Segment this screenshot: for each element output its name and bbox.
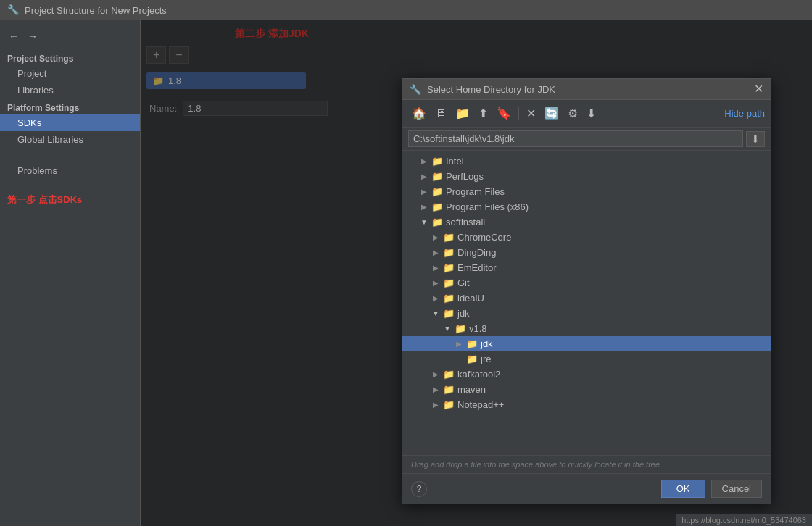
new-folder-button[interactable]: 📁 bbox=[452, 104, 473, 122]
content-area: ← → Project Settings Project Libraries P… bbox=[0, 20, 812, 526]
sidebar-item-project[interactable]: Project bbox=[0, 65, 140, 82]
tree-label: jre bbox=[481, 354, 491, 364]
desktop-button[interactable]: 🖥 bbox=[431, 105, 450, 122]
toggle-git: ▶ bbox=[431, 279, 440, 288]
tree-item-jdk[interactable]: ▼ 📁 jdk bbox=[402, 306, 771, 321]
refresh-button[interactable]: 🔄 bbox=[541, 104, 563, 122]
tree-item-chromecore[interactable]: ▶ 📁 ChromeCore bbox=[402, 230, 771, 245]
project-settings-header: Project Settings bbox=[0, 49, 140, 65]
toggle-programfiles-x86: ▶ bbox=[420, 203, 428, 212]
tree-item-intel[interactable]: ▶ 📁 Intel bbox=[402, 154, 771, 169]
step1-annotation: 第一步 点击SDKs bbox=[0, 179, 140, 208]
tree-item-softinstall[interactable]: ▼ 📁 softinstall bbox=[402, 214, 771, 230]
up-folder-button[interactable]: ⬆ bbox=[475, 104, 492, 122]
tree-item-maven[interactable]: ▶ 📁 maven bbox=[402, 382, 771, 397]
dialog-footer: ? OK Cancel bbox=[402, 473, 771, 504]
tree-label: EmEditor bbox=[457, 262, 496, 273]
download-button[interactable]: ⬇ bbox=[583, 104, 600, 122]
folder-icon: 📁 bbox=[443, 232, 455, 243]
home-button[interactable]: 🏠 bbox=[408, 104, 430, 122]
toggle-chromecore: ▶ bbox=[431, 233, 440, 242]
tree-item-programfiles[interactable]: ▶ 📁 Program Files bbox=[402, 184, 771, 199]
folder-icon: 📁 bbox=[455, 323, 466, 334]
path-bar: ⬇ bbox=[402, 128, 771, 151]
toggle-kafkatool2: ▶ bbox=[431, 370, 440, 379]
dialog-title-icon: 🔧 bbox=[410, 84, 421, 95]
delete-button[interactable]: ✕ bbox=[523, 104, 539, 122]
tree-item-git[interactable]: ▶ 📁 Git bbox=[402, 275, 771, 291]
tree-label: PerfLogs bbox=[446, 171, 484, 182]
folder-icon: 📁 bbox=[443, 262, 455, 273]
cancel-button[interactable]: Cancel bbox=[711, 480, 762, 498]
tree-label: Program Files (x86) bbox=[446, 201, 529, 212]
folder-icon: 📁 bbox=[431, 156, 443, 167]
folder-icon: 📁 bbox=[443, 247, 455, 258]
folder-icon: 📁 bbox=[431, 201, 443, 212]
hide-path-button[interactable]: Hide path bbox=[724, 108, 765, 119]
main-panel: 第二步 添加JDK + − 📁 1.8 Name: bbox=[141, 20, 812, 526]
nav-toolbar: ← → bbox=[0, 26, 140, 46]
back-button[interactable]: ← bbox=[6, 29, 22, 43]
toggle-jdk-selected: ▶ bbox=[455, 340, 463, 348]
folder-icon: 📁 bbox=[443, 369, 455, 380]
forward-button[interactable]: → bbox=[25, 29, 41, 43]
tree-item-emeditor[interactable]: ▶ 📁 EmEditor bbox=[402, 260, 771, 275]
toggle-programfiles: ▶ bbox=[420, 188, 428, 196]
dialog-close-button[interactable]: ✕ bbox=[754, 83, 763, 95]
dialog-title-text: Select Home Directory for JDK bbox=[427, 84, 555, 95]
tree-label: softinstall bbox=[446, 217, 485, 227]
ok-button[interactable]: OK bbox=[661, 480, 705, 498]
file-tree[interactable]: ▶ 📁 Intel ▶ 📁 PerfLogs ▶ bbox=[402, 151, 771, 455]
toggle-intel: ▶ bbox=[420, 157, 428, 166]
tree-item-jdk-selected[interactable]: ▶ 📁 jdk bbox=[402, 336, 771, 351]
title-bar-text: Project Structure for New Projects bbox=[25, 5, 167, 16]
toggle-idealu: ▶ bbox=[431, 294, 440, 303]
toggle-notepadpp: ▶ bbox=[431, 401, 440, 409]
path-go-button[interactable]: ⬇ bbox=[746, 131, 765, 147]
footer-buttons: OK Cancel bbox=[661, 480, 762, 498]
tree-item-notepadpp[interactable]: ▶ 📁 Notepad++ bbox=[402, 397, 771, 412]
tree-item-v18[interactable]: ▼ 📁 v1.8 bbox=[402, 321, 771, 336]
sidebar-item-global-libraries[interactable]: Global Libraries bbox=[0, 131, 140, 148]
folder-icon: 📁 bbox=[443, 399, 455, 410]
path-input[interactable] bbox=[408, 130, 743, 147]
folder-icon: 📁 bbox=[466, 338, 478, 349]
main-window: 🔧 Project Structure for New Projects ← →… bbox=[0, 0, 812, 526]
tree-item-idealu[interactable]: ▶ 📁 idealU bbox=[402, 291, 771, 306]
folder-icon: 📁 bbox=[443, 384, 455, 395]
tree-item-dingding[interactable]: ▶ 📁 DingDing bbox=[402, 245, 771, 260]
toggle-dingding: ▶ bbox=[431, 249, 440, 257]
sidebar: ← → Project Settings Project Libraries P… bbox=[0, 20, 141, 526]
toggle-v18: ▼ bbox=[443, 325, 452, 333]
help-button[interactable]: ? bbox=[411, 481, 427, 497]
tree-label: v1.8 bbox=[469, 323, 487, 334]
tree-item-programfiles-x86[interactable]: ▶ 📁 Program Files (x86) bbox=[402, 199, 771, 214]
settings-button[interactable]: ⚙ bbox=[564, 104, 581, 122]
bottom-url-bar: https://blog.csdn.net/m0_53474063 bbox=[676, 514, 812, 526]
tree-item-perflogs[interactable]: ▶ 📁 PerfLogs bbox=[402, 169, 771, 184]
toolbar-sep-1 bbox=[518, 107, 519, 120]
folder-icon: 📁 bbox=[443, 293, 455, 304]
toggle-emeditor: ▶ bbox=[431, 264, 440, 272]
dialog-toolbar: 🏠 🖥 📁 ⬆ 🔖 ✕ 🔄 ⚙ ⬇ Hide path bbox=[402, 100, 771, 128]
sidebar-item-problems[interactable]: Problems bbox=[0, 162, 140, 179]
tree-label: Git bbox=[457, 277, 470, 288]
jdk-dialog: 🔧 Select Home Directory for JDK ✕ 🏠 🖥 📁 … bbox=[402, 78, 771, 504]
bookmark-button[interactable]: 🔖 bbox=[493, 104, 515, 122]
folder-icon: 📁 bbox=[431, 217, 443, 227]
sidebar-item-sdks[interactable]: SDKs bbox=[0, 114, 140, 131]
tree-item-jre[interactable]: ▶ 📁 jre bbox=[402, 351, 771, 367]
folder-icon: 📁 bbox=[466, 354, 478, 364]
toggle-jre: ▶ bbox=[455, 355, 463, 364]
folder-icon: 📁 bbox=[443, 308, 455, 319]
tree-label: kafkatool2 bbox=[457, 369, 500, 380]
toggle-softinstall: ▼ bbox=[420, 218, 428, 227]
tree-item-kafkatool2[interactable]: ▶ 📁 kafkatool2 bbox=[402, 367, 771, 382]
tree-label-jdk-selected: jdk bbox=[481, 338, 493, 349]
tree-label: idealU bbox=[457, 293, 484, 304]
tree-label: Intel bbox=[446, 156, 464, 167]
tree-label: maven bbox=[457, 384, 486, 395]
dialog-overlay: 🔧 Select Home Directory for JDK ✕ 🏠 🖥 📁 … bbox=[141, 20, 812, 526]
folder-icon: 📁 bbox=[431, 171, 443, 182]
sidebar-item-libraries[interactable]: Libraries bbox=[0, 82, 140, 99]
